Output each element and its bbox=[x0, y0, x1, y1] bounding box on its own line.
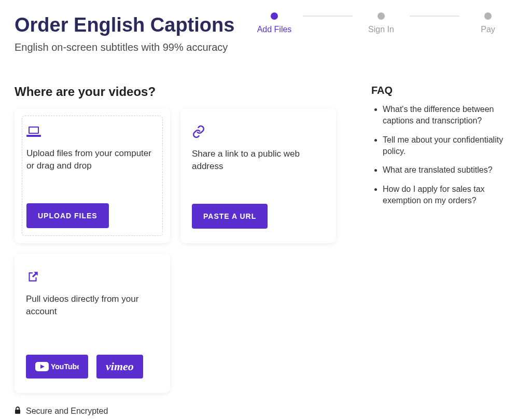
step-sign-in[interactable]: Sign In bbox=[353, 12, 410, 34]
faq-panel: FAQ What's the difference between captio… bbox=[371, 85, 516, 214]
faq-item[interactable]: What's the difference between captions a… bbox=[383, 104, 516, 127]
lock-icon bbox=[15, 407, 21, 416]
vimeo-logo-icon: vimeo bbox=[106, 360, 134, 373]
youtube-logo-icon: YouTube bbox=[35, 361, 79, 372]
pull-card-text: Pull videos directly from your account bbox=[26, 293, 159, 318]
step-label: Add Files bbox=[257, 25, 292, 34]
step-pay[interactable]: Pay bbox=[459, 12, 516, 34]
share-out-icon bbox=[26, 270, 159, 286]
upload-files-button[interactable]: Upload Files bbox=[26, 203, 109, 228]
vimeo-button[interactable]: vimeo bbox=[96, 355, 143, 379]
link-card-text: Share a link to a public web address bbox=[192, 148, 325, 173]
upload-card-text: Upload files from your computer or drag … bbox=[26, 147, 158, 173]
upload-card: Upload files from your computer or drag … bbox=[15, 108, 170, 243]
step-add-files[interactable]: Add Files bbox=[246, 12, 303, 34]
page-title: Order English Captions bbox=[15, 15, 234, 36]
svg-text:YouTube: YouTube bbox=[51, 362, 79, 371]
svg-rect-2 bbox=[26, 135, 41, 137]
step-label: Pay bbox=[481, 25, 495, 34]
section-title: Where are your videos? bbox=[15, 85, 351, 99]
page-subtitle: English on-screen subtitles with 99% acc… bbox=[15, 41, 234, 53]
progress-stepper: Add Files Sign In Pay bbox=[246, 10, 516, 34]
svg-rect-5 bbox=[15, 410, 20, 414]
step-connector bbox=[303, 16, 353, 17]
link-icon bbox=[192, 125, 325, 141]
upload-dropzone[interactable]: Upload files from your computer or drag … bbox=[22, 116, 163, 236]
faq-item[interactable]: How do I apply for sales tax exemption o… bbox=[383, 184, 516, 207]
step-dot-icon bbox=[484, 12, 492, 20]
step-label: Sign In bbox=[368, 25, 394, 34]
pull-card: Pull videos directly from your account Y… bbox=[15, 254, 170, 393]
svg-rect-1 bbox=[30, 128, 38, 133]
step-dot-icon bbox=[378, 12, 385, 20]
step-dot-icon bbox=[271, 12, 278, 20]
laptop-icon bbox=[26, 125, 158, 140]
youtube-button[interactable]: YouTube bbox=[26, 355, 88, 379]
secure-note: Secure and Encrypted bbox=[15, 407, 351, 416]
secure-label: Secure and Encrypted bbox=[26, 407, 108, 416]
faq-item[interactable]: What are translated subtitles? bbox=[383, 164, 516, 176]
link-card: Share a link to a public web address Pas… bbox=[180, 108, 336, 243]
paste-url-button[interactable]: Paste a URL bbox=[192, 204, 268, 229]
faq-item[interactable]: Tell me about your confidentiality polic… bbox=[383, 134, 516, 158]
faq-title: FAQ bbox=[371, 85, 516, 96]
step-connector bbox=[410, 16, 459, 17]
